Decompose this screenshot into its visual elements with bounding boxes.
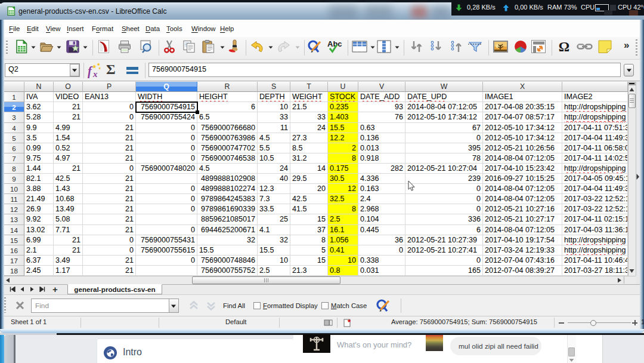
svg-text:*: * <box>348 318 351 327</box>
svg-text:f: f <box>88 64 93 78</box>
svg-text:x: x <box>92 69 98 79</box>
